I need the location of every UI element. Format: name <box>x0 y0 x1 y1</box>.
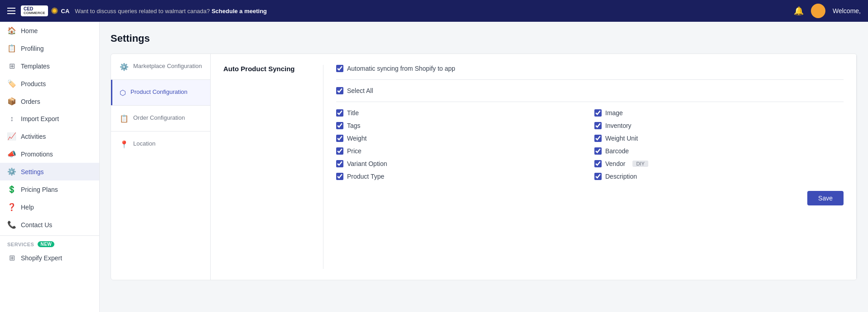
checkbox-grid: Title Image Tags <box>336 109 844 180</box>
bell-icon[interactable]: 🔔 <box>794 6 804 16</box>
sidebar-item-pricing-plans[interactable]: 💲 Pricing Plans <box>0 180 99 198</box>
field-vendor: Vendor DIY <box>594 160 844 167</box>
marketplace-icon: ⚙️ <box>120 63 129 71</box>
orders-icon: 📦 <box>7 97 16 106</box>
config-menu: ⚙️ Marketplace Configuration ⬡ Product C… <box>111 54 211 280</box>
nav-left: CEDCOMMERCE ✺ CA Want to discuss queries… <box>7 5 267 16</box>
sidebar-item-home[interactable]: 🏠 Home <box>0 22 99 39</box>
select-all-checkbox[interactable] <box>336 87 343 94</box>
select-all-row: Select All <box>336 87 844 94</box>
contact-icon: 📞 <box>7 220 16 229</box>
field-description: Description <box>594 173 844 180</box>
field-tags: Tags <box>336 122 585 129</box>
sidebar-divider <box>0 235 99 236</box>
nav-right: 🔔 Welcome, <box>794 4 861 18</box>
vendor-tag: DIY <box>632 161 648 167</box>
sidebar-item-shopify-expert[interactable]: ⊞ Shopify Expert <box>0 249 99 267</box>
title-checkbox[interactable] <box>336 109 343 117</box>
sidebar-item-activities[interactable]: 📈 Activities <box>0 127 99 145</box>
inventory-checkbox[interactable] <box>594 122 602 129</box>
cedcommerce-logo: CEDCOMMERCE <box>21 5 48 16</box>
sidebar-item-orders[interactable]: 📦 Orders <box>0 93 99 110</box>
sidebar-item-templates[interactable]: ⊞ Templates <box>0 57 99 75</box>
field-price: Price <box>336 147 585 155</box>
new-badge: NEW <box>38 241 54 247</box>
activities-icon: 📈 <box>7 132 16 141</box>
sync-panel: Auto Product Syncing Automatic syncing f… <box>211 54 857 280</box>
weight-checkbox[interactable] <box>336 135 343 142</box>
sync-content-area: Auto Product Syncing Automatic syncing f… <box>211 54 857 280</box>
pricing-icon: 💲 <box>7 185 16 194</box>
avatar <box>811 4 825 18</box>
automatic-sync-checkbox[interactable] <box>336 65 343 72</box>
select-all-label: Select All <box>347 87 373 94</box>
profiling-icon: 📋 <box>7 44 16 53</box>
options-divider-1 <box>336 79 844 80</box>
sidebar-item-import-export[interactable]: ↕️ Import Export <box>0 110 99 127</box>
field-inventory: Inventory <box>594 122 844 129</box>
config-order[interactable]: 📋 Order Configuration <box>111 106 210 131</box>
save-button[interactable]: Save <box>807 191 844 205</box>
field-weight-unit: Weight Unit <box>594 135 844 142</box>
promotions-icon: 📣 <box>7 150 16 158</box>
sidebar: 🏠 Home 📋 Profiling ⊞ Templates 🏷️ Produc… <box>0 22 100 312</box>
schedule-link[interactable]: Schedule a meeting <box>212 8 267 15</box>
product-type-checkbox[interactable] <box>336 173 343 180</box>
templates-icon: ⊞ <box>7 62 16 70</box>
config-product[interactable]: ⬡ Product Configuration <box>111 80 210 105</box>
field-product-type: Product Type <box>336 173 585 180</box>
help-icon: ❓ <box>7 203 16 211</box>
order-config-icon: 📋 <box>120 114 129 123</box>
sync-title: Auto Product Syncing <box>223 65 314 73</box>
shopify-expert-icon: ⊞ <box>7 253 16 262</box>
tags-checkbox[interactable] <box>336 122 343 129</box>
sync-inner: Auto Product Syncing Automatic syncing f… <box>223 65 844 269</box>
home-icon: 🏠 <box>7 26 16 35</box>
description-checkbox[interactable] <box>594 173 602 180</box>
sync-title-area: Auto Product Syncing <box>223 65 323 269</box>
hamburger-menu[interactable] <box>7 8 15 14</box>
nav-message: Want to discuss queries related to walma… <box>75 8 267 15</box>
location-icon: 📍 <box>120 140 129 149</box>
sidebar-item-help[interactable]: ❓ Help <box>0 198 99 216</box>
weight-unit-checkbox[interactable] <box>594 135 602 142</box>
field-image: Image <box>594 109 844 117</box>
config-location[interactable]: 📍 Location <box>111 132 210 157</box>
walmart-ca-label: CA <box>61 8 70 15</box>
settings-icon: ⚙️ <box>7 167 16 176</box>
sidebar-item-promotions[interactable]: 📣 Promotions <box>0 145 99 163</box>
page-title: Settings <box>111 33 857 44</box>
price-checkbox[interactable] <box>336 147 343 155</box>
automatic-sync-label: Automatic syncing from Shopify to app <box>347 65 455 72</box>
sync-options: Automatic syncing from Shopify to app Se… <box>323 65 844 269</box>
automatic-sync-row: Automatic syncing from Shopify to app <box>336 65 844 72</box>
sidebar-item-contact-us[interactable]: 📞 Contact Us <box>0 216 99 234</box>
products-icon: 🏷️ <box>7 79 16 88</box>
welcome-text: Welcome, <box>833 7 861 15</box>
import-export-icon: ↕️ <box>7 115 16 123</box>
field-barcode: Barcode <box>594 147 844 155</box>
image-checkbox[interactable] <box>594 109 602 117</box>
save-row: Save <box>336 191 844 205</box>
walmart-star-icon: ✺ <box>51 5 58 16</box>
sidebar-item-profiling[interactable]: 📋 Profiling <box>0 39 99 57</box>
field-weight: Weight <box>336 135 585 142</box>
vendor-checkbox[interactable] <box>594 160 602 167</box>
top-nav: CEDCOMMERCE ✺ CA Want to discuss queries… <box>0 0 868 22</box>
config-marketplace[interactable]: ⚙️ Marketplace Configuration <box>111 54 210 79</box>
product-config-icon: ⬡ <box>120 88 126 97</box>
options-divider-2 <box>336 102 844 102</box>
barcode-checkbox[interactable] <box>594 147 602 155</box>
sidebar-item-products[interactable]: 🏷️ Products <box>0 75 99 93</box>
services-label: SERVICES NEW <box>0 238 99 249</box>
layout: 🏠 Home 📋 Profiling ⊞ Templates 🏷️ Produc… <box>0 22 868 312</box>
variant-option-checkbox[interactable] <box>336 160 343 167</box>
settings-container: ⚙️ Marketplace Configuration ⬡ Product C… <box>111 54 857 280</box>
main-content: Settings ⚙️ Marketplace Configuration ⬡ … <box>100 22 868 312</box>
field-title: Title <box>336 109 585 117</box>
field-variant-option: Variant Option <box>336 160 585 167</box>
sidebar-item-settings[interactable]: ⚙️ Settings <box>0 163 99 180</box>
logo-area: CEDCOMMERCE ✺ CA <box>21 5 69 16</box>
